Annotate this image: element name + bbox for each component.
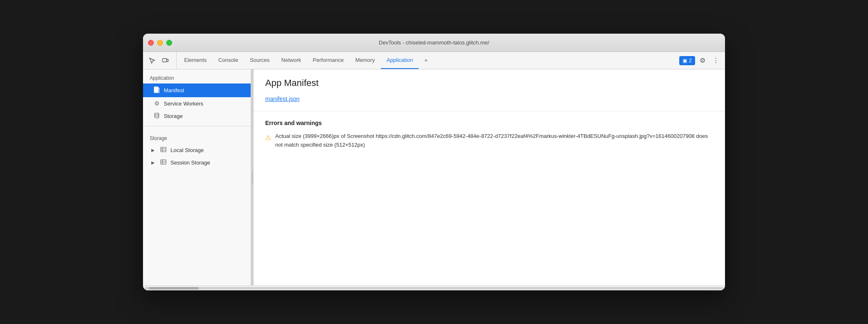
- tab-application[interactable]: Application: [381, 52, 419, 69]
- minimize-button[interactable]: [157, 40, 163, 46]
- horizontal-scrollbar-thumb[interactable]: [149, 287, 199, 290]
- errors-section: Errors and warnings ⚠ Actual size (3999×…: [254, 111, 725, 158]
- expand-arrow-session-storage: ▶: [151, 160, 156, 165]
- tab-elements[interactable]: Elements: [178, 52, 212, 69]
- tab-sources[interactable]: Sources: [244, 52, 276, 69]
- svg-point-5: [155, 113, 159, 115]
- errors-section-title: Errors and warnings: [265, 120, 713, 126]
- badge-count: 2: [689, 58, 692, 64]
- toolbar: Elements Console Sources Network Perform…: [143, 52, 725, 69]
- svg-rect-10: [161, 160, 166, 164]
- vertical-dots-icon: ⋮: [713, 56, 719, 64]
- sidebar-item-session-storage[interactable]: ▶ Session Storage: [143, 156, 251, 169]
- sidebar-item-storage[interactable]: Storage: [143, 110, 251, 123]
- device-toolbar-button[interactable]: [160, 55, 171, 66]
- svg-rect-6: [161, 147, 166, 152]
- tab-console[interactable]: Console: [212, 52, 244, 69]
- tab-network[interactable]: Network: [276, 52, 307, 69]
- messages-badge-button[interactable]: ▣ 2: [679, 56, 695, 65]
- sidebar-divider: [143, 126, 251, 126]
- manifest-header-section: App Manifest manifest.json: [254, 69, 725, 111]
- more-options-button[interactable]: ⋮: [710, 55, 722, 66]
- error-message-text: Actual size (3999×2666)px of Screenshot …: [275, 132, 713, 150]
- settings-button[interactable]: ⚙: [697, 55, 708, 66]
- svg-rect-0: [163, 59, 167, 62]
- error-item: ⚠ Actual size (3999×2666)px of Screensho…: [265, 132, 713, 150]
- title-bar: DevTools - chiseled-mammoth-talos.glitch…: [143, 34, 725, 52]
- devtools-window: DevTools - chiseled-mammoth-talos.glitch…: [143, 34, 725, 290]
- sidebar-storage-label: Storage: [164, 113, 183, 119]
- sidebar-session-storage-label: Session Storage: [170, 160, 210, 166]
- close-button[interactable]: [148, 40, 154, 46]
- manifest-doc-icon: [153, 86, 160, 94]
- service-workers-gear-icon: ⚙: [153, 100, 160, 107]
- sidebar-manifest-label: Manifest: [164, 87, 184, 93]
- horizontal-scrollbar-track[interactable]: [145, 287, 723, 290]
- session-storage-grid-icon: [160, 159, 167, 166]
- toolbar-tool-icons: [146, 52, 177, 69]
- tab-memory[interactable]: Memory: [350, 52, 381, 69]
- sidebar-item-service-workers[interactable]: ⚙ Service Workers: [143, 97, 251, 110]
- manifest-json-link[interactable]: manifest.json: [265, 96, 299, 102]
- content-area: App Manifest manifest.json Errors and wa…: [254, 69, 725, 285]
- traffic-lights: [148, 40, 172, 46]
- main-layout: Application Manifest ⚙ Service Wor: [143, 69, 725, 285]
- local-storage-grid-icon: [160, 147, 167, 153]
- sidebar-local-storage-label: Local Storage: [170, 147, 204, 153]
- gear-icon: ⚙: [700, 56, 705, 64]
- sidebar-item-manifest[interactable]: Manifest: [143, 83, 251, 97]
- toolbar-right-actions: ▣ 2 ⚙ ⋮: [679, 52, 722, 69]
- maximize-button[interactable]: [166, 40, 172, 46]
- bottom-scrollbar: [143, 285, 725, 290]
- application-section-header: Application: [143, 69, 251, 83]
- content-title: App Manifest: [265, 78, 713, 88]
- svg-rect-1: [167, 59, 168, 61]
- storage-section-header: Storage: [143, 130, 251, 144]
- sidebar-item-local-storage[interactable]: ▶ Local Storage: [143, 144, 251, 156]
- storage-db-icon: [153, 113, 160, 120]
- resize-handle[interactable]: [251, 69, 254, 285]
- sidebar-service-workers-label: Service Workers: [164, 101, 203, 107]
- inspect-element-button[interactable]: [146, 55, 158, 66]
- tab-performance[interactable]: Performance: [307, 52, 349, 69]
- sidebar: Application Manifest ⚙ Service Wor: [143, 69, 251, 285]
- badge-icon: ▣: [683, 58, 687, 64]
- window-title: DevTools - chiseled-mammoth-talos.glitch…: [379, 39, 489, 46]
- expand-arrow-local-storage: ▶: [151, 148, 156, 152]
- tab-more[interactable]: »: [419, 52, 433, 69]
- warning-triangle-icon: ⚠: [265, 133, 271, 143]
